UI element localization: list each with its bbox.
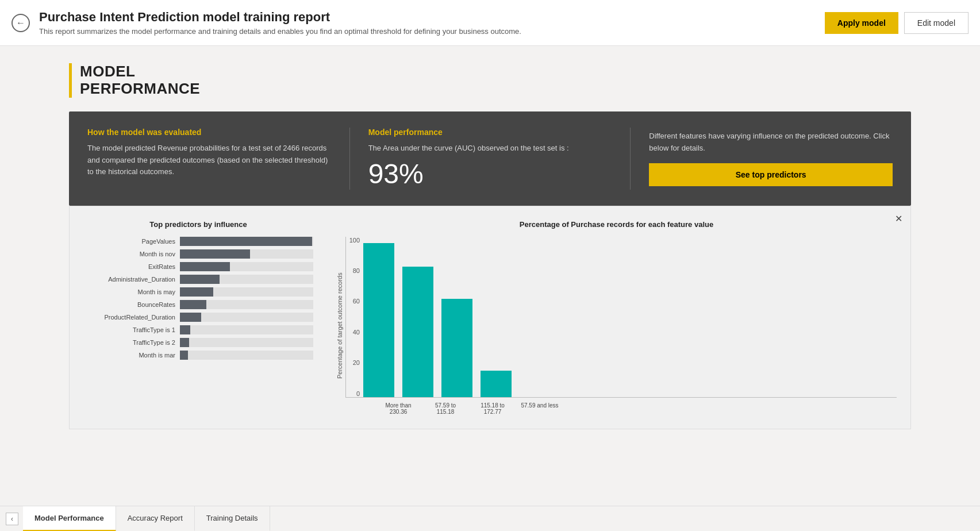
bar-col-fill (402, 267, 433, 397)
x-label: 115.18 to 172.77 (473, 402, 512, 415)
tabs-container: Model PerformanceAccuracy ReportTraining… (23, 506, 270, 532)
edit-model-button[interactable]: Edit model (904, 12, 969, 34)
bar-label: PageValues (83, 238, 175, 245)
close-button[interactable]: ✕ (895, 213, 902, 224)
apply-model-button[interactable]: Apply model (825, 12, 898, 34)
bar-row: Month is nov (83, 249, 313, 259)
bar-label: TrafficType is 1 (83, 326, 175, 333)
bar-track (180, 325, 313, 334)
bar-col-fill (441, 299, 472, 397)
col3-body: Different features have varying influenc… (649, 130, 893, 155)
charts-panel: ✕ Top predictors by influence PageValues… (69, 206, 911, 429)
x-labels: More than 230.3657.59 to 115.18115.18 to… (345, 400, 897, 415)
title-accent (69, 63, 72, 98)
y-tick: 60 (346, 298, 362, 305)
bar-track (180, 237, 313, 246)
bar-label: ExitRates (83, 263, 175, 270)
bar-row: Month is mar (83, 351, 313, 360)
bar-track (180, 338, 313, 347)
y-ticks: 020406080100 (346, 237, 362, 397)
col1-title: How the model was evaluated (87, 128, 331, 137)
bar-row: TrafficType is 2 (83, 338, 313, 347)
bar-track (180, 351, 313, 360)
bar-fill (180, 351, 188, 360)
back-button[interactable]: ← (11, 14, 30, 32)
bars-group (363, 237, 512, 397)
bar-label: BounceRates (83, 301, 175, 308)
evaluation-panel: How the model was evaluated The model pr… (69, 111, 911, 206)
section-title-bar: MODEL PERFORMANCE (69, 63, 911, 98)
y-tick: 80 (346, 267, 362, 274)
bar-col-fill (481, 371, 512, 397)
charts-container: Top predictors by influence PageValuesMo… (83, 220, 897, 415)
bar-label: Administrative_Duration (83, 276, 175, 283)
header-buttons: Apply model Edit model (825, 12, 969, 34)
evaluation-col3: Different features have varying influenc… (649, 128, 893, 190)
predictors-chart-title: Top predictors by influence (83, 220, 313, 229)
header-text: Purchase Intent Prediction model trainin… (39, 10, 825, 36)
bar-fill (180, 313, 201, 322)
main-content: MODEL PERFORMANCE How the model was eval… (0, 46, 980, 506)
see-top-predictors-button[interactable]: See top predictors (649, 163, 893, 186)
bar-label: Month is mar (83, 352, 175, 359)
x-label: 57.59 to 115.18 (426, 402, 465, 415)
bar-row: PageValues (83, 237, 313, 246)
y-tick: 0 (346, 390, 362, 397)
evaluation-col2: Model performance The Area under the cur… (368, 128, 631, 190)
tab-training-details[interactable]: Training Details (195, 506, 270, 532)
tab-accuracy-report[interactable]: Accuracy Report (116, 506, 195, 532)
y-tick: 20 (346, 359, 362, 366)
bar-row: ExitRates (83, 262, 313, 271)
bar-row: Month is may (83, 287, 313, 297)
evaluation-col1: How the model was evaluated The model pr… (87, 128, 350, 190)
bar-label: Month is may (83, 288, 175, 295)
bar-fill (180, 287, 213, 297)
bar-row: ProductRelated_Duration (83, 313, 313, 322)
feature-bars-area: 020406080100 More than 230.3657.59 to 11… (345, 237, 897, 415)
bar-row: TrafficType is 1 (83, 325, 313, 334)
bar-row: Administrative_Duration (83, 275, 313, 284)
bar-track (180, 262, 313, 271)
tab-model-performance[interactable]: Model Performance (23, 506, 116, 532)
feature-chart-inner: Percentage of target outcome records 020… (336, 237, 897, 415)
y-tick: 100 (346, 237, 362, 244)
x-label: More than 230.36 (379, 402, 418, 415)
bar-col (363, 243, 394, 397)
bar-fill (180, 325, 190, 334)
y-axis-label: Percentage of target outcome records (336, 237, 343, 415)
bar-fill (180, 237, 312, 246)
feature-chart: Percentage of Purchase records for each … (336, 220, 897, 415)
col2-title: Model performance (368, 128, 612, 137)
bar-label: TrafficType is 2 (83, 339, 175, 346)
bar-col (481, 371, 512, 397)
bar-fill (180, 300, 206, 309)
bar-col-fill (363, 243, 394, 397)
bar-track (180, 287, 313, 297)
y-tick: 40 (346, 329, 362, 336)
tab-nav-left[interactable]: ‹ (6, 513, 18, 525)
bar-label: Month is nov (83, 251, 175, 257)
predictors-chart: Top predictors by influence PageValuesMo… (83, 220, 313, 415)
bar-track (180, 275, 313, 284)
bar-label: ProductRelated_Duration (83, 314, 175, 321)
bar-fill (180, 262, 230, 271)
bar-fill (180, 249, 250, 259)
bar-fill (180, 338, 189, 347)
bar-fill (180, 275, 220, 284)
section-title: MODEL PERFORMANCE (80, 63, 200, 98)
bar-row: BounceRates (83, 300, 313, 309)
col2-body: The Area under the curve (AUC) observed … (368, 143, 612, 155)
bar-col (441, 299, 472, 397)
feature-chart-title: Percentage of Purchase records for each … (336, 220, 897, 229)
bar-track (180, 313, 313, 322)
bar-col (402, 267, 433, 397)
bar-track (180, 300, 313, 309)
col1-body: The model predicted Revenue probabilitie… (87, 143, 331, 178)
tabs-bar: ‹ Model PerformanceAccuracy ReportTraini… (0, 506, 980, 531)
x-label: 57.59 and less (520, 402, 559, 415)
page-subtitle: This report summarizes the model perform… (39, 27, 825, 36)
right-chart-grid: 020406080100 (345, 237, 897, 398)
page-title: Purchase Intent Prediction model trainin… (39, 10, 825, 25)
bar-track (180, 249, 313, 259)
predictors-bar-list: PageValuesMonth is novExitRatesAdministr… (83, 237, 313, 360)
